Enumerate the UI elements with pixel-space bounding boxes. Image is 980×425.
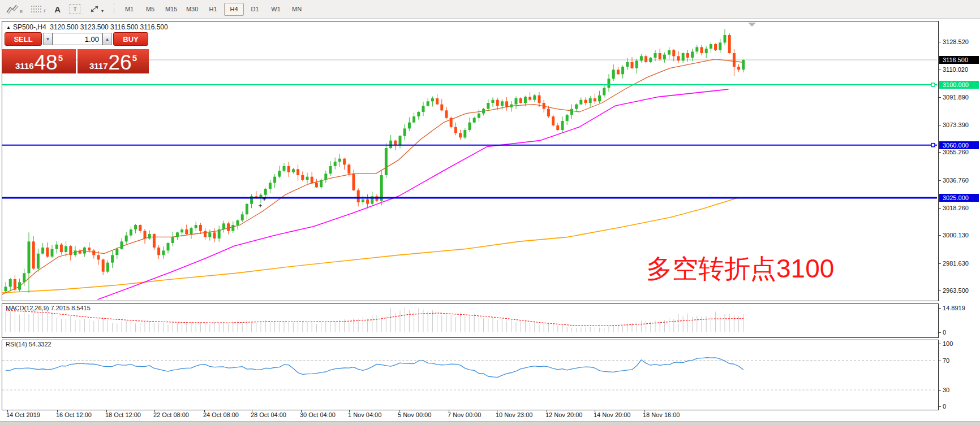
- timeframe-button-m5[interactable]: M5: [140, 3, 160, 16]
- macd-canvas: [2, 304, 937, 336]
- axis-tick: [939, 263, 941, 264]
- buy-price-sup: 5: [132, 53, 137, 63]
- date-tick: [301, 410, 302, 412]
- text-box-icon[interactable]: T: [70, 4, 80, 14]
- rsi-canvas: [2, 340, 937, 409]
- macd-axis-label: 14.8919: [943, 304, 965, 312]
- timeframe-button-w1[interactable]: W1: [266, 3, 286, 16]
- rsi-axis-label: 70: [943, 357, 949, 365]
- sell-price-panel[interactable]: 3116 48 5: [2, 49, 76, 73]
- date-label: 18 Nov 16:00: [643, 411, 680, 418]
- lot-decrease-button[interactable]: ▼: [43, 33, 53, 45]
- axis-tick: [939, 152, 941, 153]
- collapse-arrow-icon[interactable]: ▲: [6, 25, 11, 30]
- symbol-label: SP500-,H4: [13, 23, 46, 31]
- date-tick: [547, 410, 547, 412]
- macd-label: MACD(12,26,9) 7.2015 8.5415: [6, 305, 91, 311]
- icon-e-label: E: [20, 10, 23, 14]
- grid-f-icon[interactable]: F: [31, 5, 46, 14]
- buy-price-panel[interactable]: 3117 26 5: [78, 49, 149, 73]
- timeframe-button-m15[interactable]: M15: [161, 3, 181, 16]
- price-axis-label: 3128.520: [943, 38, 969, 46]
- sell-price-prefix: 3116: [15, 61, 34, 71]
- axis-tick: [939, 344, 941, 344]
- timeframe-button-d1[interactable]: D1: [245, 3, 265, 16]
- axis-tick: [939, 308, 941, 309]
- date-label: 18 Oct 12:00: [105, 411, 141, 418]
- rsi-panel[interactable]: RSI(14) 54.3322: [2, 340, 939, 410]
- axis-tick: [939, 180, 941, 181]
- arrows-icon: [89, 5, 100, 14]
- timeframe-button-h4[interactable]: H4: [224, 3, 244, 16]
- bottom-scroll-strip[interactable]: [0, 421, 980, 425]
- toolbar-separator: [114, 3, 114, 15]
- one-click-trading-widget: SELL ▼ ▲ BUY 3116 48 5 3117 26 5: [2, 32, 149, 73]
- date-tick: [644, 410, 644, 412]
- date-label: 16 Oct 12:00: [56, 411, 92, 418]
- date-tick: [349, 410, 350, 412]
- price-axis-label: 3091.890: [943, 93, 969, 101]
- price-axis-label: 2981.630: [943, 259, 969, 267]
- date-tick: [399, 410, 399, 412]
- sell-price-sup: 5: [58, 53, 63, 63]
- axis-tick: [939, 42, 941, 42]
- date-label: 14 Nov 20:00: [594, 411, 630, 418]
- date-label: 1 Nov 04:00: [348, 411, 381, 418]
- date-tick: [449, 410, 449, 412]
- axis-tick: [939, 125, 941, 125]
- lot-size-input[interactable]: [53, 33, 102, 45]
- timeframe-button-mn[interactable]: MN: [287, 3, 307, 16]
- price-axis-label: 3110.020: [943, 66, 968, 73]
- date-tick: [154, 410, 155, 412]
- price-axis-label: 3000.130: [943, 231, 969, 239]
- price-axis-label: 2963.500: [943, 287, 969, 294]
- date-tick: [57, 410, 58, 412]
- crosshair-arrows-icon[interactable]: ▾: [89, 5, 104, 14]
- axis-tick: [939, 235, 941, 236]
- macd-axis-label: 0: [943, 328, 946, 336]
- axis-tick: [939, 290, 941, 291]
- timeframe-button-m1[interactable]: M1: [119, 3, 139, 16]
- text-label-icon[interactable]: A: [54, 5, 61, 14]
- buy-price-prefix: 3117: [89, 61, 108, 71]
- ohlc-values: 3120.500 3123.500 3116.500 3116.500: [50, 23, 167, 31]
- trade-controls-row: SELL ▼ ▲ BUY: [2, 32, 149, 47]
- date-label: 10 Nov 23:00: [496, 411, 532, 418]
- sell-button[interactable]: SELL: [5, 32, 42, 46]
- price-axis-label: 3100.000: [939, 81, 979, 89]
- zigzag-icon: [6, 4, 19, 14]
- date-label: 7 Nov 00:00: [448, 411, 481, 418]
- timeframe-button-m30[interactable]: M30: [182, 3, 202, 16]
- mt4-window: E F A T ▾ M1M5M15M30H1H4D1W1MN ▲SP500-,H…: [0, 0, 980, 425]
- axis-tick: [939, 97, 941, 98]
- price-axis-label: 3116.500: [939, 56, 979, 64]
- date-tick: [252, 410, 252, 412]
- buy-button[interactable]: BUY: [113, 32, 148, 46]
- time-axis[interactable]: 14 Oct 201916 Oct 12:0018 Oct 12:0022 Oc…: [2, 411, 941, 420]
- date-label: 24 Oct 08:00: [203, 411, 239, 418]
- date-tick: [204, 410, 205, 412]
- lot-increase-button[interactable]: ▲: [102, 33, 112, 45]
- date-tick: [106, 410, 107, 412]
- price-axis-label: 3036.760: [943, 176, 969, 184]
- icon-f-label: F: [44, 9, 46, 14]
- date-label: 14 Oct 2019: [6, 411, 40, 418]
- price-axis-label: 3055.260: [943, 148, 969, 156]
- indicators-e-icon[interactable]: E: [6, 4, 23, 14]
- price-axis-label: 3018.260: [943, 204, 969, 212]
- grid-icon: [31, 5, 43, 14]
- chart-ohlc-header: ▲SP500-,H4 3120.500 3123.500 3116.500 31…: [6, 23, 168, 31]
- date-label: 30 Oct 04:00: [300, 411, 336, 418]
- rsi-axis-label: 0: [943, 402, 946, 410]
- timeframe-button-h1[interactable]: H1: [203, 3, 223, 16]
- date-label: 28 Oct 04:00: [251, 411, 286, 418]
- rsi-axis-label: 30: [943, 386, 949, 394]
- axis-tick: [939, 361, 941, 361]
- trade-prices-row: 3116 48 5 3117 26 5: [2, 49, 149, 73]
- axis-tick: [939, 406, 941, 407]
- macd-panel[interactable]: MACD(12,26,9) 7.2015 8.5415: [2, 303, 939, 338]
- date-tick: [497, 410, 497, 412]
- chart-annotation: 多空转折点3100: [646, 254, 834, 283]
- date-label: 5 Nov 00:00: [398, 411, 431, 418]
- price-axis[interactable]: 3128.5203116.5003110.0203100.0003091.890…: [939, 21, 980, 425]
